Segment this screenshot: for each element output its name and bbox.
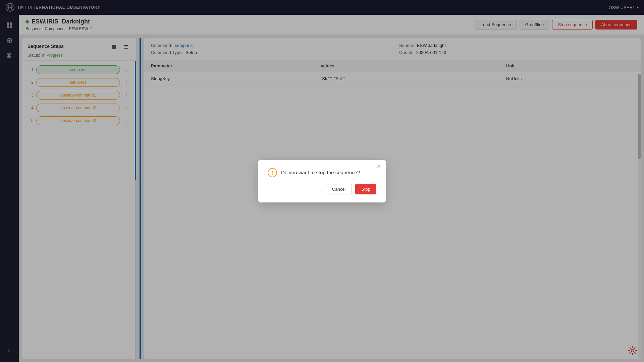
- modal-dialog: ✕ ! Do you want to stop the sequence? Ca…: [258, 160, 386, 202]
- stop-button[interactable]: Stop: [355, 184, 376, 194]
- modal-close-button[interactable]: ✕: [377, 164, 381, 169]
- svg-text:!: !: [271, 170, 273, 176]
- cancel-button[interactable]: Cancel: [326, 184, 352, 194]
- warning-icon: !: [268, 168, 277, 177]
- modal-overlay[interactable]: ✕ ! Do you want to stop the sequence? Ca…: [0, 0, 644, 362]
- modal-title: Do you want to stop the sequence?: [281, 170, 360, 175]
- modal-header: ! Do you want to stop the sequence?: [268, 168, 376, 177]
- modal-actions: Cancel Stop: [268, 184, 376, 194]
